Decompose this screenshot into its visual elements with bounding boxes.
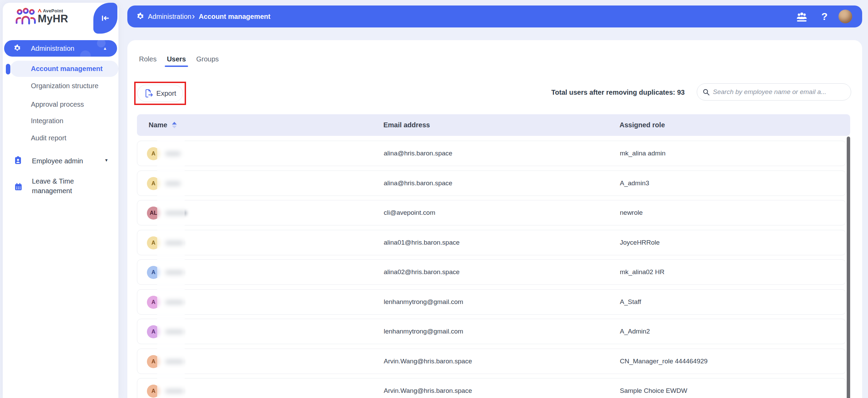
breadcrumb-current: Account management bbox=[199, 5, 270, 27]
table-row[interactable]: AL cli@avepoint.com newrole bbox=[137, 200, 846, 225]
export-button[interactable]: Export bbox=[137, 85, 183, 102]
column-name[interactable]: Name bbox=[149, 114, 177, 136]
user-table-body: A alina@hris.baron.space mk_alina admin … bbox=[137, 141, 846, 398]
main-card: Roles Users Groups Export Total users af… bbox=[127, 40, 862, 398]
user-name-redacted bbox=[165, 241, 184, 245]
avatar: A bbox=[147, 266, 160, 279]
avepoint-mark-icon bbox=[38, 9, 42, 13]
column-role: Assigned role bbox=[620, 114, 665, 136]
breadcrumb-gear-icon bbox=[137, 13, 144, 20]
gear-icon bbox=[14, 45, 21, 52]
table-row[interactable]: A lenhanmytrong@gmail.com A_Admin2 bbox=[137, 319, 846, 344]
sidebar-item-audit-report[interactable]: Audit report bbox=[31, 133, 66, 143]
user-role: A_admin3 bbox=[620, 171, 649, 196]
user-email: alina02@hris.baron.space bbox=[384, 260, 460, 284]
user-role: CN_Manager_role 444464929 bbox=[620, 349, 708, 374]
search-icon bbox=[703, 89, 710, 96]
help-icon[interactable]: ? bbox=[821, 5, 828, 27]
avatar: AL bbox=[147, 207, 160, 220]
selected-indicator bbox=[6, 64, 10, 74]
table-row[interactable]: A alina02@hris.baron.space mk_alina02 HR bbox=[137, 259, 846, 285]
table-row[interactable]: A alina01@hris.baron.space JoyceHRRole bbox=[137, 230, 846, 255]
brand-product: MyHR bbox=[38, 13, 68, 25]
sidebar-item-approval-process[interactable]: Approval process bbox=[31, 99, 84, 109]
sidebar-panel: AvePoint MyHR Administration ▲ Account m… bbox=[3, 3, 118, 398]
app-screen: AvePoint MyHR Administration ▲ Account m… bbox=[0, 0, 868, 398]
badge-icon bbox=[15, 156, 21, 164]
user-name-redacted bbox=[165, 211, 187, 215]
sidebar-item-label: Account management bbox=[31, 61, 103, 77]
avatar: A bbox=[147, 355, 160, 368]
tab-users[interactable]: Users bbox=[167, 53, 186, 67]
user-role: newrole bbox=[620, 200, 643, 225]
table-header: Name Email address Assigned role bbox=[137, 114, 850, 136]
avatar: A bbox=[147, 385, 160, 398]
user-email: alina01@hris.baron.space bbox=[384, 230, 460, 255]
column-email: Email address bbox=[383, 114, 430, 136]
table-scrollbar[interactable] bbox=[847, 137, 850, 398]
table-row[interactable]: A alina@hris.baron.space mk_alina admin bbox=[137, 141, 846, 166]
table-row[interactable]: A Arvin.Wang@hris.baron.space CN_Manager… bbox=[137, 349, 846, 374]
export-label: Export bbox=[157, 90, 176, 97]
user-group-icon[interactable] bbox=[795, 12, 809, 22]
calendar-icon bbox=[15, 183, 22, 191]
sidebar-item-integration[interactable]: Integration bbox=[31, 116, 63, 126]
avatar: A bbox=[147, 177, 160, 190]
search-input[interactable] bbox=[713, 88, 845, 96]
nav-group-employee-admin[interactable]: Employee admin bbox=[32, 156, 83, 166]
breadcrumb-separator: › bbox=[192, 5, 195, 27]
user-avatar[interactable] bbox=[838, 10, 852, 23]
table-row[interactable]: A alina@hris.baron.space A_admin3 bbox=[137, 171, 846, 196]
tab-roles[interactable]: Roles bbox=[139, 53, 157, 67]
collapse-left-icon bbox=[102, 15, 109, 21]
sort-icon[interactable] bbox=[172, 122, 177, 128]
avatar-photo-blur bbox=[838, 10, 852, 23]
nav-group-administration[interactable]: Administration ▲ bbox=[4, 40, 117, 57]
user-email: lenhanmytrong@gmail.com bbox=[384, 290, 463, 314]
user-email: alina@hris.baron.space bbox=[384, 141, 452, 166]
chevron-down-icon: ▼ bbox=[104, 158, 108, 163]
myhr-logo-icon bbox=[15, 8, 36, 25]
user-name-redacted bbox=[165, 181, 181, 186]
user-email: cli@avepoint.com bbox=[384, 200, 435, 225]
table-row[interactable]: A lenhanmytrong@gmail.com A_Staff bbox=[137, 289, 846, 315]
avatar: A bbox=[147, 325, 160, 338]
user-name-redacted bbox=[165, 329, 184, 334]
avatar: A bbox=[147, 296, 160, 309]
user-role: JoyceHRRole bbox=[620, 230, 660, 255]
tab-groups[interactable]: Groups bbox=[196, 53, 219, 67]
user-email: Arvin.Wang@hris.baron.space bbox=[384, 349, 472, 374]
nav-group-label: Administration bbox=[31, 40, 74, 57]
avatar: A bbox=[147, 147, 160, 160]
user-name-redacted bbox=[165, 300, 184, 305]
collapse-arrow-icon: ▲ bbox=[103, 40, 107, 57]
collapse-sidebar-button[interactable] bbox=[93, 3, 117, 34]
total-users-label: Total users after removing duplicates: 9… bbox=[551, 89, 685, 96]
user-email: alina@hris.baron.space bbox=[384, 171, 452, 196]
user-role: mk_alina02 HR bbox=[620, 260, 664, 284]
user-name-redacted bbox=[165, 389, 184, 394]
nav-group-leave-time-management[interactable]: Leave & Time management bbox=[32, 176, 93, 196]
brand-block: AvePoint MyHR bbox=[38, 8, 68, 25]
sidebar-item-organization-structure[interactable]: Organization structure bbox=[31, 81, 99, 91]
user-name-redacted bbox=[165, 151, 181, 156]
search-box bbox=[697, 83, 851, 101]
user-role: A_Staff bbox=[620, 290, 641, 314]
table-row[interactable]: A Arvin.Wang@hris.baron.space Sample Cho… bbox=[137, 378, 846, 398]
user-email: Arvin.Wang@hris.baron.space bbox=[384, 378, 472, 398]
avatar: A bbox=[147, 236, 160, 249]
user-role: Sample Choice EWDW bbox=[620, 378, 687, 398]
user-email: lenhanmytrong@gmail.com bbox=[384, 319, 463, 344]
user-name-redacted bbox=[165, 270, 184, 275]
tabs: Roles Users Groups bbox=[139, 53, 219, 67]
user-name-redacted bbox=[165, 359, 184, 364]
topbar: Administration › Account management ? bbox=[127, 5, 862, 27]
breadcrumb-parent[interactable]: Administration bbox=[148, 5, 192, 27]
sidebar-item-account-management[interactable]: Account management bbox=[10, 61, 118, 77]
user-role: mk_alina admin bbox=[620, 141, 666, 166]
user-role: A_Admin2 bbox=[620, 319, 650, 344]
export-icon bbox=[144, 89, 153, 97]
